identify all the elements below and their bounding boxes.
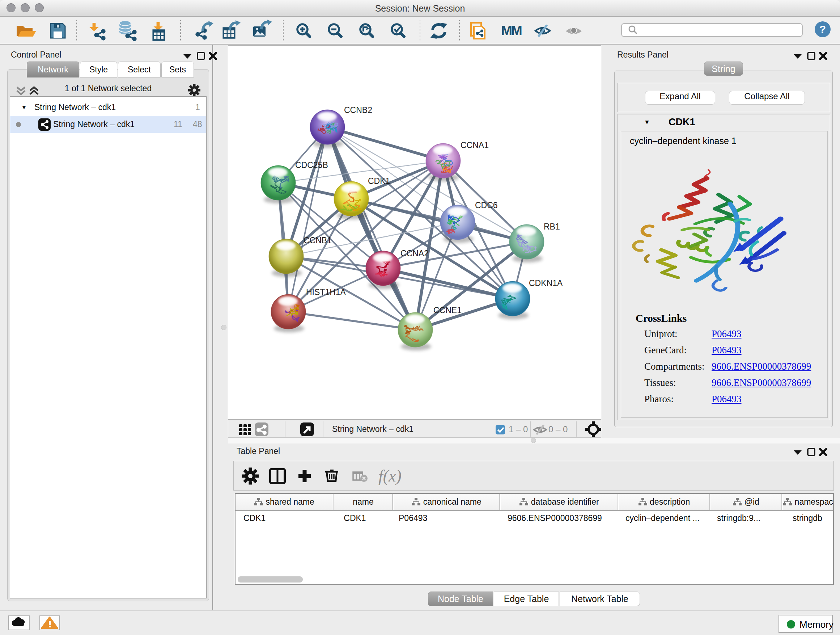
svg-text:CCNB1: CCNB1 xyxy=(303,236,332,245)
svg-text:f(x): f(x) xyxy=(378,467,401,485)
svg-text:CDC25B: CDC25B xyxy=(295,160,328,170)
svg-text:MM: MM xyxy=(501,23,522,38)
svg-text:CCNE1: CCNE1 xyxy=(433,306,462,315)
svg-text:CCNB2: CCNB2 xyxy=(344,105,372,115)
svg-text:CDKN1A: CDKN1A xyxy=(529,279,563,288)
svg-text:CDK1: CDK1 xyxy=(368,176,390,186)
svg-text:CCNA2: CCNA2 xyxy=(401,249,429,258)
svg-text:HIST1H1A: HIST1H1A xyxy=(306,287,346,297)
svg-text:RB1: RB1 xyxy=(544,222,560,231)
svg-text:CDC6: CDC6 xyxy=(475,201,498,210)
svg-text:CCNA1: CCNA1 xyxy=(461,141,489,150)
